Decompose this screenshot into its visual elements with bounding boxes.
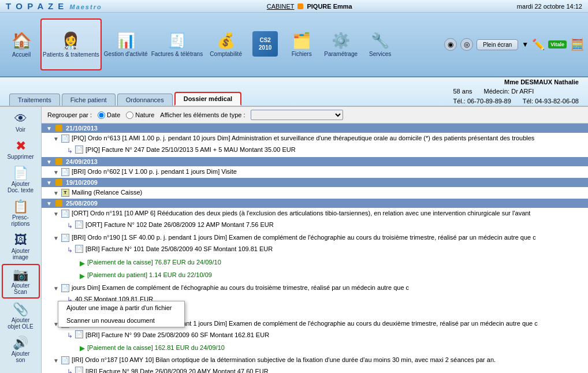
collapse-entry-7[interactable]: ▼ [53, 234, 59, 243]
parametrage-label: Paramétrage [324, 51, 358, 57]
factures-label: Factures & télétrans [151, 51, 203, 58]
sidebar-ajouter-doc[interactable]: 📄 AjouterDoc. texte [2, 163, 40, 196]
collapse-4[interactable]: ▼ [46, 200, 52, 207]
collapse-entry-4[interactable]: ▼ [53, 189, 59, 198]
entry-text-16: [Paiement de la caisse] 162.81 EUR du 24… [87, 343, 225, 353]
record-entry-6[interactable]: ↳ 📄 [ORT] Facture N° 102 Date 26/08/2009… [42, 219, 588, 232]
pencil-icon[interactable]: ✏️ [532, 38, 545, 51]
radio-nature-label: Nature [135, 111, 154, 118]
green-arrow-2: ▶ [80, 271, 85, 282]
toolbar-gestion[interactable]: 📊 Gestion d'activité [103, 18, 149, 70]
image-icon: 🖼 [14, 233, 27, 248]
radio-date[interactable]: Date [98, 111, 120, 119]
record-entry-11[interactable]: ▼ 📄 jours Dim] Examen de complément de l… [42, 282, 588, 294]
sidebar-ajouter-son[interactable]: 🔊 Ajouterson [2, 333, 40, 365]
record-entry-4[interactable]: ▼ T Mailing (Relance Caisse) [42, 187, 588, 199]
scan-label: AjouterScan [12, 282, 30, 295]
group-label: Regrouper par : [47, 111, 92, 118]
date-label-1: 21/10/2013 [66, 125, 98, 132]
header-center: CABINET PIQURE Emma [102, 3, 517, 10]
collapse-entry-11[interactable]: ▼ [53, 284, 59, 293]
son-icon: 🔊 [13, 335, 28, 350]
supprimer-icon: ✖ [16, 139, 26, 154]
toolbar-comptabilite[interactable]: 💰 Comptabilité [205, 18, 247, 70]
green-arrow-1: ▶ [80, 258, 85, 269]
cabinet-orange-marker [297, 3, 303, 9]
fichiers-icon: 🗂️ [292, 32, 311, 50]
date-header-1: ▼ 21/10/2013 [42, 124, 588, 133]
son-label: Ajouterson [12, 350, 30, 363]
date-label-2: 24/09/2013 [66, 158, 98, 165]
collapse-entry-3[interactable]: ▼ [53, 168, 59, 177]
tab-traitements[interactable]: Traitements [9, 94, 60, 106]
sidebar-supprimer[interactable]: ✖ Supprimer [2, 136, 40, 162]
patients-label: Patients & traitements [43, 51, 99, 58]
patient-tels: Tél.: 06-70-89-89-89 Tél: 04-93-82-06-08 [453, 96, 579, 106]
radio-nature[interactable]: Nature [126, 111, 154, 119]
supprimer-label: Supprimer [7, 154, 34, 160]
toolbar-fichiers[interactable]: 🗂️ Fichiers [284, 18, 319, 70]
toolbar-circle-btn2[interactable]: ◎ [460, 38, 473, 51]
collapse-entry-5[interactable]: ▼ [53, 210, 59, 219]
logo: T O P A Z E Maestro [6, 1, 102, 11]
toolbar-cs2[interactable]: CS22010 [248, 18, 282, 70]
toolbar-factures[interactable]: 🧾 Factures & télétrans [150, 18, 204, 70]
entry-text-17: [IRI] Ordo n°187 [10 AMY 10] Bilan ortop… [72, 355, 496, 365]
entry-doc-icon-3: 📄 [61, 168, 69, 176]
vitale-icon[interactable]: Vitale [548, 40, 567, 49]
cabinet-link[interactable]: CABINET [267, 3, 295, 10]
toolbar-parametrage[interactable]: ⚙️ Paramétrage [321, 18, 361, 70]
sidebar-ajouter-scan[interactable]: 📷 AjouterScan [2, 264, 40, 299]
fichiers-label: Fichiers [292, 51, 312, 57]
sidebar-ajouter-ole[interactable]: 📎 Ajouterobjet OLE [2, 300, 40, 332]
record-entry-15[interactable]: ↳ 📄 [BRI] Facture N° 99 Date 25/08/2009 … [42, 330, 588, 342]
collapse-3[interactable]: ▼ [46, 180, 52, 186]
date-header-2: ▼ 24/09/2013 [42, 157, 588, 166]
record-entry-9[interactable]: ▶ [Paiement de la caisse] 76.87 EUR du 2… [42, 257, 588, 270]
context-menu-item-1[interactable]: Ajouter une image à partir d'un fichier [58, 301, 184, 314]
green-arrow-4: ▶ [80, 343, 85, 354]
record-entry-10[interactable]: ▶ [Paiement du patient] 1.14 EUR du 22/1… [42, 270, 588, 282]
tab-dossier-label: Dossier médical [184, 95, 232, 102]
record-entry-7[interactable]: ▼ 📄 [BRI] Ordo n°190 [1 SF 40.00 p. j. p… [42, 232, 588, 244]
entry-text-6: [ORT] Facture N° 102 Date 26/08/2009 12 … [85, 220, 274, 230]
collapse-1[interactable]: ▼ [46, 125, 52, 132]
record-entry-17[interactable]: ▼ 📄 [IRI] Ordo n°187 [10 AMY 10] Bilan o… [42, 355, 588, 366]
fullscreen-button[interactable]: Plein écran [477, 39, 518, 50]
record-entry-18[interactable]: ↳ 📄 [IRI] Facture N° 98 Date 26/08/2009 … [42, 366, 588, 373]
record-entry-16[interactable]: ▶ [Paiement de la caisse] 162.81 EUR du … [42, 342, 588, 355]
context-menu: Ajouter une image à partir d'un fichier … [58, 301, 185, 327]
collapse-entry-17[interactable]: ▼ [53, 356, 59, 365]
record-entry-5[interactable]: ▼ 📄 [ORT] Ordo n°191 [10 AMP 6] Rééducat… [42, 208, 588, 219]
tab-ordonnances[interactable]: Ordonnances [117, 94, 173, 106]
entry-doc-icon-11: 📄 [61, 284, 69, 292]
toolbar-circle-btn1[interactable]: ◉ [444, 38, 457, 51]
sidebar-ajouter-image[interactable]: 🖼 Ajouterimage [2, 230, 40, 263]
ole-label: Ajouterobjet OLE [8, 317, 33, 330]
type-filter-select[interactable] [251, 110, 343, 120]
tab-dossier-medical[interactable]: Dossier médical [174, 92, 241, 106]
entry-doc-icon-6: 📄 [75, 221, 83, 229]
calculator-icon[interactable]: 🧮 [570, 38, 585, 51]
entry-doc-icon-17: 📄 [61, 356, 69, 364]
display-label: Afficher les éléments de type : [160, 111, 245, 118]
patient-tel: Tél.: 06-70-89-89-89 [453, 96, 511, 106]
toolbar-services[interactable]: 🔧 Services [362, 18, 398, 70]
patient-medecin: Médecin: Dr ARFI [484, 87, 534, 96]
entry-text-18: [IRI] Facture N° 98 Date 26/08/2009 20 A… [85, 367, 269, 373]
record-entry-1[interactable]: ▼ 📄 [PIQ] Ordo n°613 [1 AMI 1.00 p. j. p… [42, 133, 588, 144]
toolbar-patients[interactable]: 👩‍⚕️ Patients & traitements [40, 18, 102, 70]
collapse-entry-1[interactable]: ▼ [53, 135, 59, 144]
sidebar-prescriptions[interactable]: 📋 Presc-riptions [2, 197, 40, 229]
context-menu-item-2[interactable]: Scanner un nouveau document [58, 314, 184, 327]
record-entry-3[interactable]: ▼ 📄 [BRI] Ordo n°602 [1 V 1.00 p. j. pen… [42, 166, 588, 178]
prescriptions-icon: 📋 [13, 199, 28, 214]
dropdown-arrow[interactable]: ▼ [522, 40, 529, 49]
record-entry-8[interactable]: ↳ 📄 [BRI] Facture N° 101 Date 25/08/2009… [42, 244, 588, 256]
tab-fiche-patient[interactable]: Fiche patient [62, 94, 116, 106]
date-icon-2 [55, 158, 62, 165]
sidebar-voir[interactable]: 👁 Voir [2, 109, 40, 135]
record-entry-2[interactable]: ↳ 📄 [PIQ] Facture N° 247 Date 25/10/2013… [42, 144, 588, 157]
collapse-2[interactable]: ▼ [46, 159, 52, 165]
toolbar-accueil[interactable]: 🏠 Accueil [3, 18, 39, 70]
